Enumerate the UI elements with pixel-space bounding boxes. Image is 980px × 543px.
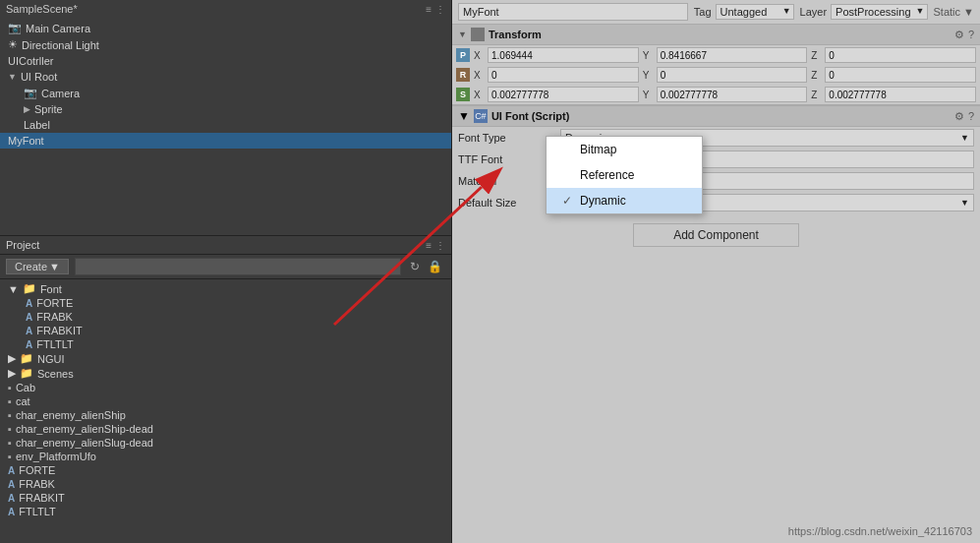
- layer-dropdown[interactable]: PostProcessing ▼: [831, 4, 927, 20]
- position-y-input[interactable]: [657, 47, 808, 63]
- hier-item-main-camera[interactable]: 📷 Main Camera: [0, 20, 451, 36]
- rotation-y-input[interactable]: [657, 67, 808, 83]
- dynamic-label: Dynamic: [580, 194, 626, 208]
- scenes-arrow: ▶: [8, 367, 16, 380]
- font-type-label: Font Type: [458, 132, 556, 144]
- project-menu-icon[interactable]: ≡: [426, 240, 432, 251]
- dropdown-item-reference[interactable]: Reference: [547, 162, 702, 188]
- tag-dropdown[interactable]: Untagged ▼: [716, 4, 794, 20]
- sy-label: Y: [643, 90, 655, 100]
- project-dots-icon[interactable]: ⋮: [435, 240, 445, 251]
- hier-item-myfont[interactable]: MyFont: [0, 133, 451, 149]
- rotation-z-input[interactable]: [825, 67, 976, 83]
- transform-settings-icon[interactable]: ⚙: [954, 29, 964, 41]
- proj-item-ftltlt2[interactable]: A FTLTLT: [0, 505, 451, 518]
- scale-button[interactable]: S: [456, 88, 470, 101]
- script-settings-icon[interactable]: ⚙: [954, 110, 964, 123]
- frabkit2-icon: A: [8, 493, 15, 504]
- transform-rotation-row: R X Y Z: [452, 65, 980, 85]
- proj-item-frabkit2[interactable]: A FRABKIT: [0, 491, 451, 505]
- rotation-button[interactable]: R: [456, 68, 470, 82]
- ngui-arrow: ▶: [8, 352, 16, 365]
- script-question-icon[interactable]: ?: [968, 110, 974, 123]
- project-search-input[interactable]: [75, 258, 401, 275]
- material-row: Material: [452, 170, 980, 192]
- script-title: UI Font (Script): [491, 110, 569, 122]
- material-label: Material: [458, 175, 556, 187]
- proj-item-char-slug[interactable]: ▪ char_enemy_alienSlug-dead: [0, 436, 451, 450]
- x-label: X: [474, 50, 486, 61]
- inspector-static-btn[interactable]: Static ▼: [934, 6, 974, 18]
- proj-item-frabk[interactable]: A FRABK: [0, 310, 451, 324]
- proj-item-cat[interactable]: ▪ cat: [0, 394, 451, 408]
- hierarchy-panel: SampleScene* ≡ ⋮ 📷 Main Camera ☀ Directi…: [0, 0, 452, 236]
- add-component-area: Add Component: [452, 213, 980, 257]
- dropdown-item-bitmap[interactable]: Bitmap: [547, 137, 702, 162]
- proj-item-env-ufo[interactable]: ▪ env_PlatformUfo: [0, 450, 451, 463]
- position-x-input[interactable]: [488, 47, 639, 63]
- proj-item-char-alien-dead[interactable]: ▪ char_enemy_alienShip-dead: [0, 422, 451, 436]
- position-y-group: Y: [643, 47, 808, 63]
- create-button[interactable]: Create ▼: [6, 259, 69, 274]
- bitmap-label: Bitmap: [580, 143, 616, 156]
- project-title-bar: Project ≡ ⋮: [0, 236, 451, 255]
- project-actions: ↻ 🔒: [407, 259, 445, 274]
- dropdown-item-dynamic[interactable]: ✓ Dynamic: [547, 188, 702, 213]
- camera2-icon: 📷: [24, 87, 37, 99]
- rotation-y-group: Y: [643, 67, 808, 83]
- position-z-input[interactable]: [825, 47, 976, 63]
- hierarchy-dots-icon[interactable]: ⋮: [435, 4, 445, 15]
- scale-x-group: X: [474, 87, 639, 102]
- inspector-panel: Tag Untagged ▼ Layer PostProcessing ▼ St…: [452, 0, 980, 543]
- scale-y-input[interactable]: [657, 87, 808, 102]
- proj-item-ftltlt[interactable]: A FTLTLT: [0, 337, 451, 351]
- object-name-input[interactable]: [458, 3, 688, 21]
- proj-folder-ngui[interactable]: ▶ 📁 NGUI: [0, 351, 451, 366]
- font-file-icon: A: [26, 298, 32, 309]
- hier-item-label[interactable]: Label: [0, 117, 451, 133]
- rz-label: Z: [811, 70, 823, 81]
- ttf-font-label: TTF Font: [458, 153, 556, 165]
- proj-folder-font[interactable]: ▼ 📁 Font: [0, 281, 451, 296]
- lock-icon[interactable]: 🔒: [425, 259, 445, 274]
- scale-z-input[interactable]: [825, 87, 976, 102]
- cab-icon: ▪: [8, 382, 12, 393]
- tag-label: Tag: [694, 6, 712, 18]
- proj-folder-scenes[interactable]: ▶ 📁 Scenes: [0, 366, 451, 381]
- font-type-row: Font Type Dynamic ▼: [452, 127, 980, 149]
- project-panel-icons: ≡ ⋮: [426, 240, 445, 251]
- scale-x-input[interactable]: [488, 87, 639, 102]
- default-size-row: Default Size ▼: [452, 192, 980, 213]
- position-x-group: X: [474, 47, 639, 63]
- transform-question-icon[interactable]: ?: [968, 29, 974, 41]
- proj-item-cab[interactable]: ▪ Cab: [0, 381, 451, 394]
- hierarchy-menu-icon[interactable]: ≡: [426, 4, 432, 15]
- hier-item-directional-light[interactable]: ☀ Directional Light: [0, 36, 451, 53]
- hier-item-uicotrller[interactable]: UICotrller: [0, 53, 451, 69]
- position-button[interactable]: P: [456, 48, 470, 62]
- hier-item-sprite[interactable]: ▶ Sprite: [0, 101, 451, 117]
- proj-item-forte[interactable]: A FORTE: [0, 296, 451, 310]
- project-toolbar: Create ▼ ↻ 🔒: [0, 255, 451, 279]
- proj-item-frabk2[interactable]: A FRABK: [0, 477, 451, 491]
- proj-item-char-alien[interactable]: ▪ char_enemy_alienShip: [0, 408, 451, 422]
- script-arrow-icon: ▼: [458, 109, 470, 123]
- sprite-arrow-icon: ▶: [24, 104, 30, 114]
- transform-title: Transform: [489, 29, 542, 40]
- rotation-x-input[interactable]: [488, 67, 639, 83]
- sz-label: Z: [811, 90, 823, 100]
- forte2-icon: A: [8, 465, 15, 476]
- transform-scale-row: S X Y Z: [452, 85, 980, 104]
- light-icon: ☀: [8, 38, 18, 51]
- add-component-button[interactable]: Add Component: [633, 223, 799, 247]
- hier-item-ui-root[interactable]: ▼ UI Root: [0, 69, 451, 85]
- hier-item-camera[interactable]: 📷 Camera: [0, 85, 451, 101]
- default-size-label: Default Size: [458, 197, 556, 209]
- refresh-icon[interactable]: ↻: [407, 259, 423, 274]
- proj-item-forte2[interactable]: A FORTE: [0, 463, 451, 477]
- create-dropdown-icon: ▼: [49, 261, 60, 272]
- project-title: Project: [6, 239, 39, 251]
- frabk2-icon: A: [8, 479, 15, 490]
- scale-z-group: Z: [811, 87, 976, 102]
- proj-item-frabkit[interactable]: A FRABKIT: [0, 324, 451, 337]
